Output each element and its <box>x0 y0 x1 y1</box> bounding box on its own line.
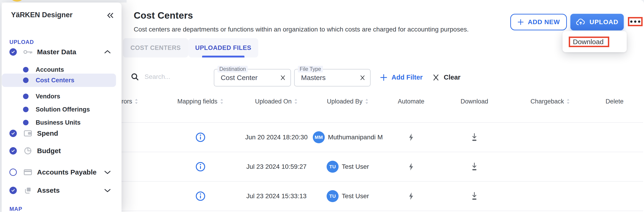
bullet-dot-icon <box>23 77 28 83</box>
automate-lightning-icon[interactable] <box>408 133 414 141</box>
column-header-automate: Automate <box>388 92 434 122</box>
checkbox-checked-icon[interactable] <box>10 130 17 137</box>
sort-icon <box>365 98 369 105</box>
cell-automate <box>388 182 434 211</box>
cell-download <box>434 123 515 152</box>
bullet-dot-icon <box>23 67 28 72</box>
collapse-sidebar-icon[interactable] <box>106 11 115 20</box>
dot-icon <box>634 20 636 23</box>
cell-automate <box>388 123 434 152</box>
sidebar-item-accounts-payable[interactable]: Accounts Payable <box>2 165 122 180</box>
dot-icon <box>638 20 640 23</box>
sort-icon <box>134 98 138 105</box>
app: Cost Centers Cost centers are department… <box>0 0 644 212</box>
filter-destination[interactable]: Destination Cost Center <box>214 69 291 86</box>
sidebar-item-label: Cost Centers <box>36 77 74 84</box>
cloud-upload-icon <box>576 18 586 26</box>
key-icon <box>23 48 33 55</box>
cell-uploaded-by: TU Test User <box>308 182 388 211</box>
checkbox-checked-icon[interactable] <box>10 147 17 155</box>
download-icon[interactable] <box>470 133 479 142</box>
cell-chargeback <box>515 123 586 152</box>
filter-file-type-label: File Type <box>298 66 323 72</box>
cell-chargeback <box>515 152 586 181</box>
search-input[interactable]: Search... <box>130 72 170 81</box>
annotation-highlight-more <box>628 17 642 26</box>
checkbox-checked-icon[interactable] <box>10 187 17 194</box>
more-actions-menu: Download <box>562 31 627 52</box>
automate-lightning-icon[interactable] <box>408 163 414 171</box>
column-header-mapping-fields[interactable]: Mapping fields <box>156 92 245 122</box>
info-icon[interactable] <box>196 162 206 172</box>
sidebar-item-label: Spend <box>37 129 58 137</box>
info-icon[interactable] <box>196 191 206 201</box>
checkbox-unchecked-icon[interactable] <box>10 169 17 176</box>
section-label-map: MAP <box>10 206 22 212</box>
column-header-uploaded-on[interactable]: Uploaded On <box>245 92 308 122</box>
sidebar-item-vendors[interactable]: Vendors <box>2 90 122 103</box>
upload-button[interactable]: UPLOAD <box>570 14 624 30</box>
clear-filters-button[interactable]: Clear <box>432 74 460 81</box>
cell-delete <box>586 152 643 181</box>
bullet-dot-icon <box>23 94 28 99</box>
filter-file-type[interactable]: File Type Masters <box>294 69 370 86</box>
cell-uploaded-on: Jul 23 2024 15:33:13 <box>245 182 308 211</box>
filter-file-type-clear-icon[interactable] <box>360 75 366 81</box>
table-header-row: Errors Mapping fields Uploaded On Upload… <box>98 92 643 122</box>
sort-icon <box>566 98 570 105</box>
add-filter-button[interactable]: Add Filter <box>380 74 422 81</box>
uploader-name: Test User <box>342 163 369 170</box>
cell-uploaded-on: Jun 20 2024 18:20:30 <box>245 123 308 152</box>
pie-chart-icon <box>23 147 33 155</box>
sort-icon <box>220 98 224 105</box>
tab-cost-centers[interactable]: COST CENTERS <box>123 38 188 57</box>
filter-destination-clear-icon[interactable] <box>280 75 286 81</box>
cell-download <box>434 182 515 211</box>
chevron-down-icon <box>104 170 112 175</box>
search-placeholder: Search... <box>144 73 170 80</box>
sidebar-item-solution-offerings[interactable]: Solution Offerings <box>2 103 122 116</box>
filter-destination-value: Cost Center <box>221 74 280 82</box>
checkbox-checked-icon[interactable] <box>10 48 17 56</box>
cell-mapping-fields <box>156 123 245 152</box>
plus-icon <box>517 19 524 25</box>
add-new-label: ADD NEW <box>528 18 560 26</box>
automate-lightning-icon[interactable] <box>408 192 414 200</box>
sidebar-item-cost-centers[interactable]: Cost Centers <box>2 74 122 87</box>
cell-uploaded-on: Jul 23 2024 10:59:27 <box>245 152 308 181</box>
cell-uploaded-by: MM Muthumanipandi M <box>308 123 388 152</box>
download-icon[interactable] <box>470 192 479 201</box>
add-filter-label: Add Filter <box>392 74 422 81</box>
sidebar-item-label: Assets <box>37 187 60 194</box>
sidebar-item-master-data[interactable]: Master Data <box>2 45 122 59</box>
cell-mapping-fields <box>156 182 245 211</box>
filter-file-type-value: Masters <box>301 74 360 82</box>
page-description: Cost centers are departments or function… <box>134 26 468 33</box>
sidebar-item-label: Accounts Payable <box>37 168 96 176</box>
column-header-delete: Delete <box>586 92 643 122</box>
add-new-button[interactable]: ADD NEW <box>510 14 567 30</box>
download-icon[interactable] <box>470 162 479 171</box>
sidebar-item-spend[interactable]: Spend <box>2 126 122 141</box>
column-header-chargeback[interactable]: Chargeback <box>515 92 586 122</box>
info-icon[interactable] <box>196 132 206 142</box>
bullet-dot-icon <box>23 107 28 112</box>
uploader-name: Muthumanipandi M <box>328 134 383 141</box>
avatar: TU <box>326 190 338 202</box>
cell-uploaded-by: TU Test User <box>308 152 388 181</box>
search-icon <box>130 72 140 81</box>
more-actions-button[interactable] <box>630 20 640 23</box>
credit-card-icon <box>23 169 33 176</box>
sidebar-item-budget[interactable]: Budget <box>2 144 122 158</box>
cell-automate <box>388 152 434 181</box>
chevron-down-icon <box>104 188 112 193</box>
column-header-download: Download <box>434 92 515 122</box>
cell-download <box>434 152 515 181</box>
cell-delete <box>586 182 643 211</box>
sidebar-item-assets[interactable]: Assets <box>2 183 122 198</box>
tab-uploaded-files[interactable]: UPLOADED FILES <box>188 38 258 57</box>
dot-icon <box>630 20 632 23</box>
cell-delete <box>586 123 643 152</box>
column-header-uploaded-by[interactable]: Uploaded By <box>308 92 388 122</box>
menu-item-download[interactable]: Download <box>570 38 604 46</box>
